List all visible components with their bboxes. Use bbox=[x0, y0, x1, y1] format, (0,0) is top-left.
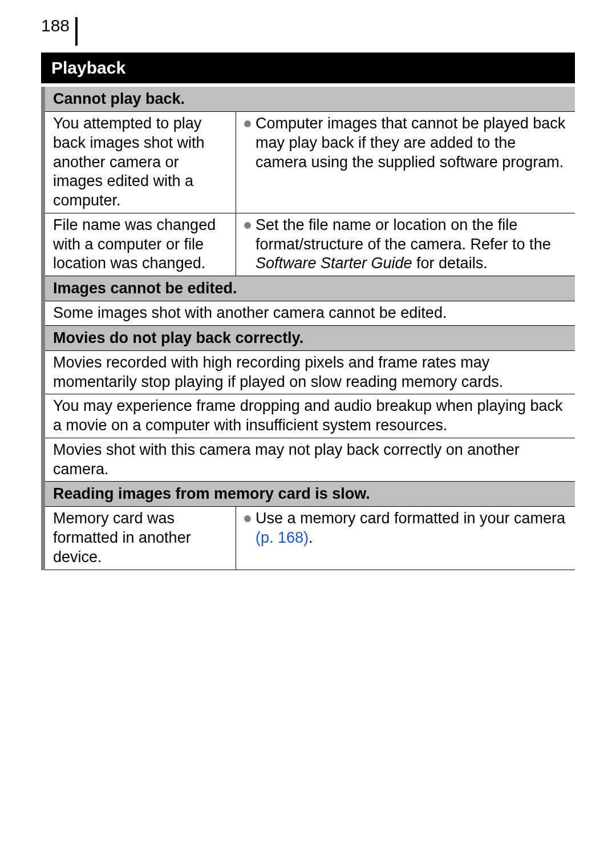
bullet-text: Use a memory card formatted in your came… bbox=[256, 509, 570, 548]
bullet-icon bbox=[244, 515, 251, 522]
bullet-icon bbox=[244, 120, 251, 127]
bullet-text: Set the file name or location on the fil… bbox=[256, 216, 570, 273]
italic-text: Software Starter Guide bbox=[256, 255, 412, 272]
table-row: Memory card was formatted in another dev… bbox=[45, 507, 575, 570]
bullet-item: Computer images that cannot be played ba… bbox=[244, 114, 570, 172]
sub-header: Images cannot be edited. bbox=[45, 276, 575, 301]
bullet-icon bbox=[244, 222, 251, 229]
info-table: Movies recorded with high recording pixe… bbox=[45, 351, 575, 482]
table-row: Some images shot with another camera can… bbox=[45, 301, 575, 325]
text-pre: Use a memory card formatted in your came… bbox=[256, 510, 565, 527]
info-table: Some images shot with another camera can… bbox=[45, 301, 575, 326]
bullet-text: Computer images that cannot be played ba… bbox=[256, 114, 570, 172]
page-number: 188 bbox=[41, 17, 78, 46]
text-post: . bbox=[309, 529, 313, 546]
table-row: Movies shot with this camera may not pla… bbox=[45, 438, 575, 482]
info-cell: Movies recorded with high recording pixe… bbox=[45, 351, 575, 394]
solution-cell: Computer images that cannot be played ba… bbox=[236, 112, 575, 213]
sub-header: Reading images from memory card is slow. bbox=[45, 482, 575, 507]
page-number-area: 188 bbox=[41, 17, 575, 46]
section-title: Playback bbox=[41, 53, 575, 83]
info-cell: Movies shot with this camera may not pla… bbox=[45, 438, 575, 482]
cause-cell: File name was changed with a computer or… bbox=[45, 213, 236, 276]
table-row: File name was changed with a computer or… bbox=[45, 213, 575, 276]
table-row: Movies recorded with high recording pixe… bbox=[45, 351, 575, 394]
text-post: for details. bbox=[412, 255, 488, 272]
content-block: Cannot play back. You attempted to play … bbox=[41, 87, 575, 570]
bullet-item: Set the file name or location on the fil… bbox=[244, 216, 570, 273]
cause-cell: Memory card was formatted in another dev… bbox=[45, 507, 236, 570]
info-cell: Some images shot with another camera can… bbox=[45, 301, 575, 325]
bullet-item: Use a memory card formatted in your came… bbox=[244, 509, 570, 548]
sub-header: Movies do not play back correctly. bbox=[45, 326, 575, 351]
manual-page: 188 Playback Cannot play back. You attem… bbox=[0, 0, 616, 570]
text-pre: Set the file name or location on the fil… bbox=[256, 216, 551, 253]
troubleshoot-table: Memory card was formatted in another dev… bbox=[45, 507, 575, 570]
troubleshoot-table: You attempted to play back images shot w… bbox=[45, 112, 575, 276]
table-row: You may experience frame dropping and au… bbox=[45, 394, 575, 438]
page-link[interactable]: (p. 168) bbox=[256, 529, 309, 546]
info-cell: You may experience frame dropping and au… bbox=[45, 394, 575, 438]
solution-cell: Set the file name or location on the fil… bbox=[236, 213, 575, 276]
cause-cell: You attempted to play back images shot w… bbox=[45, 112, 236, 213]
solution-cell: Use a memory card formatted in your came… bbox=[236, 507, 575, 570]
table-row: You attempted to play back images shot w… bbox=[45, 112, 575, 213]
sub-header: Cannot play back. bbox=[45, 87, 575, 112]
